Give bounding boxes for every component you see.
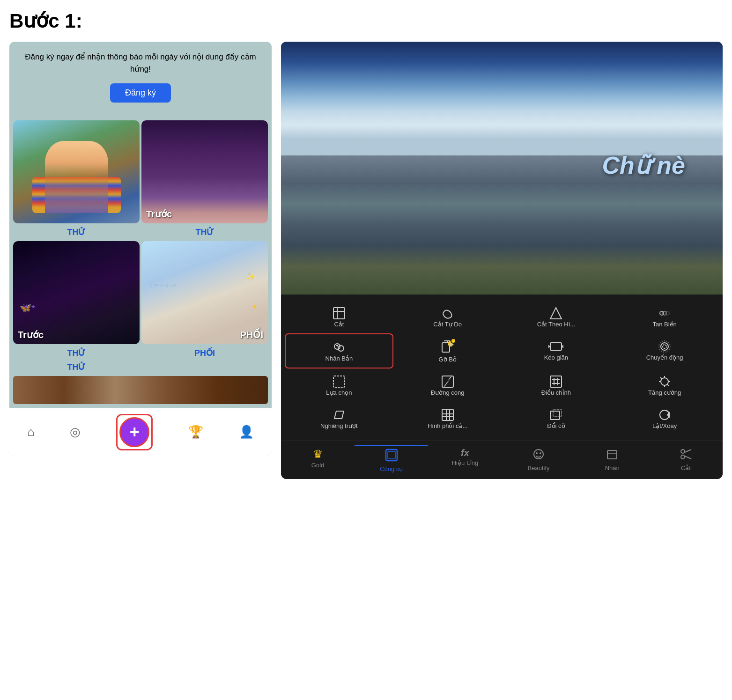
tool-chuyen-dong[interactable]: Chuyển động bbox=[610, 333, 719, 368]
card3-action[interactable]: THỬ bbox=[13, 344, 140, 360]
tool-duong-cong[interactable]: Đường cong bbox=[393, 368, 502, 402]
card-girl-colorful: THỬ bbox=[13, 120, 140, 239]
card-dark-girl: 🦋 ✦ ✦ Trước THỬ bbox=[13, 241, 140, 360]
card3-label: Trước bbox=[18, 329, 44, 340]
tool-lat-xoay[interactable]: Lật/Xoay bbox=[610, 402, 719, 435]
nav-trophy[interactable]: 🏆 bbox=[188, 425, 203, 440]
tool-dieu-chinh[interactable]: Điều chỉnh bbox=[502, 368, 611, 402]
tool-lua-chon-label: Lựa chọn bbox=[326, 389, 352, 396]
nav-plus-wrapper[interactable]: + bbox=[116, 414, 153, 450]
svg-line-56 bbox=[685, 456, 691, 459]
tool-duong-cong-label: Đường cong bbox=[431, 389, 465, 396]
tool-lat-xoay-label: Lật/Xoay bbox=[652, 422, 677, 429]
svg-point-31 bbox=[661, 378, 668, 385]
nhan-icon bbox=[606, 448, 619, 464]
tool-chuyen-dong-label: Chuyển động bbox=[646, 354, 683, 361]
notification-text: Đăng ký ngay để nhận thông báo mỗi ngày … bbox=[23, 51, 258, 75]
tool-go-bo-label: Gỡ Bỏ bbox=[438, 356, 456, 363]
card-dark-woman: Trước THỬ bbox=[141, 120, 268, 239]
cong-cu-icon bbox=[385, 449, 398, 464]
tab-cat[interactable]: Cắt bbox=[649, 445, 723, 475]
trophy-icon: 🏆 bbox=[188, 425, 203, 439]
register-button[interactable]: Đăng ký bbox=[110, 83, 171, 103]
svg-rect-38 bbox=[442, 409, 453, 420]
svg-line-36 bbox=[660, 377, 662, 379]
tool-cat-tu-do[interactable]: Cắt Tự Do bbox=[393, 300, 502, 333]
nav-person[interactable]: 👤 bbox=[239, 425, 254, 440]
tool-hinh-phoi-ca-label: Hình phối cả... bbox=[428, 422, 467, 429]
tool-tang-cuong[interactable]: Tăng cường bbox=[610, 368, 719, 402]
svg-line-25 bbox=[444, 376, 451, 387]
card-anime-girl: ꒰⑅ᵕ༚ᵕ꒱˖♡ ✨ ✦ PHỐI PHỐI bbox=[141, 241, 268, 360]
tab-hieu-ung[interactable]: fx Hiệu Ứng bbox=[428, 445, 502, 475]
bottom-nav: ⌂ ◎ + 🏆 👤 bbox=[9, 408, 272, 456]
card2-action[interactable]: THỬ bbox=[141, 223, 268, 239]
tab-hieu-ung-label: Hiệu Ứng bbox=[452, 459, 479, 466]
tools-grid: Cắt Cắt Tự Do Cắt Theo Hì... bbox=[281, 295, 723, 441]
tool-doi-co[interactable]: Đổi cỡ bbox=[502, 402, 611, 435]
tool-nhan-ban-label: Nhân Bản bbox=[325, 355, 353, 362]
tool-nghieng-truot-label: Nghiêng trượt bbox=[320, 422, 358, 429]
svg-point-21 bbox=[663, 345, 666, 348]
card2-label: Trước bbox=[146, 208, 172, 220]
nav-plus-button[interactable]: + bbox=[119, 417, 149, 447]
gold-icon: ♛ bbox=[313, 448, 323, 461]
tool-nghieng-truot[interactable]: Nghiêng trượt bbox=[285, 402, 393, 435]
nav-compass[interactable]: ◎ bbox=[70, 425, 81, 440]
page-title: Bước 1: bbox=[9, 9, 723, 32]
photo-area: Chữ nè bbox=[281, 42, 723, 295]
svg-rect-44 bbox=[553, 409, 562, 417]
plus-icon: + bbox=[130, 422, 140, 442]
tool-cat-tu-do-label: Cắt Tự Do bbox=[433, 321, 462, 328]
nav-home[interactable]: ⌂ bbox=[27, 425, 35, 440]
person-icon: 👤 bbox=[239, 425, 254, 439]
tool-tan-bien-label: Tan Biến bbox=[652, 321, 676, 328]
tab-nhan-label: Nhãn bbox=[605, 464, 620, 472]
card4-action[interactable]: PHỐI bbox=[141, 344, 268, 360]
tool-hinh-phoi-ca[interactable]: Hình phối cả... bbox=[393, 402, 502, 435]
tool-go-bo[interactable]: ✦ Gỡ Bỏ bbox=[393, 333, 502, 368]
tool-doi-co-label: Đổi cỡ bbox=[547, 422, 565, 429]
card1-action[interactable]: THỬ bbox=[13, 223, 140, 239]
svg-line-37 bbox=[667, 384, 669, 386]
svg-line-55 bbox=[685, 449, 691, 452]
svg-rect-52 bbox=[607, 450, 617, 459]
tab-gold-label: Gold bbox=[311, 462, 324, 469]
compass-icon: ◎ bbox=[70, 425, 81, 439]
tab-beautify[interactable]: Beautify bbox=[502, 445, 576, 475]
tool-tan-bien[interactable]: Tan Biến bbox=[610, 300, 719, 333]
svg-point-20 bbox=[661, 343, 668, 350]
svg-point-54 bbox=[681, 455, 685, 459]
tab-cong-cu[interactable]: Công cụ bbox=[355, 445, 428, 475]
svg-point-51 bbox=[540, 452, 541, 454]
svg-rect-48 bbox=[388, 451, 395, 459]
tab-gold[interactable]: ♛ Gold bbox=[281, 445, 355, 475]
svg-point-53 bbox=[681, 449, 685, 453]
tab-cat-label: Cắt bbox=[681, 464, 691, 472]
svg-rect-43 bbox=[550, 411, 560, 420]
tab-beautify-label: Beautify bbox=[528, 464, 550, 472]
photo-text-overlay: Chữ nè bbox=[602, 151, 685, 179]
tab-cong-cu-label: Công cụ bbox=[380, 465, 403, 472]
tool-cat-theo-hi-label: Cắt Theo Hì... bbox=[537, 321, 575, 328]
tool-lua-chon[interactable]: Lựa chọn bbox=[285, 368, 393, 402]
hieu-ung-icon: fx bbox=[461, 448, 469, 458]
svg-rect-23 bbox=[333, 376, 345, 387]
svg-marker-3 bbox=[550, 308, 562, 319]
svg-point-50 bbox=[536, 452, 538, 454]
tab-nhan[interactable]: Nhãn bbox=[576, 445, 649, 475]
tool-nhan-ban[interactable]: Nhân Bản bbox=[285, 333, 393, 368]
tool-keo-gian-label: Kéo giãn bbox=[544, 354, 568, 361]
home-icon: ⌂ bbox=[27, 425, 35, 439]
card3-try-label[interactable]: THỬ bbox=[13, 360, 140, 374]
tool-cat-theo-hi[interactable]: Cắt Theo Hì... bbox=[502, 300, 611, 333]
tool-dieu-chinh-label: Điều chỉnh bbox=[541, 389, 571, 396]
svg-rect-15 bbox=[550, 343, 562, 350]
svg-marker-46 bbox=[667, 413, 669, 417]
tool-cat-label: Cắt bbox=[334, 321, 344, 328]
cat-tab-icon bbox=[679, 448, 692, 464]
card4-label: PHỐI bbox=[240, 329, 263, 340]
tool-keo-gian[interactable]: Kéo giãn bbox=[502, 333, 611, 368]
left-panel: Đăng ký ngay để nhận thông báo mỗi ngày … bbox=[9, 42, 272, 456]
tool-cat[interactable]: Cắt bbox=[285, 300, 393, 333]
